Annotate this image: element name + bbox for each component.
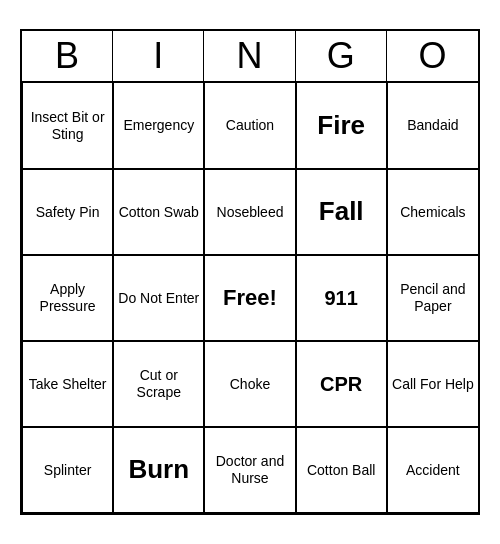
bingo-cell-1: Emergency [113,83,204,169]
bingo-cell-21: Burn [113,427,204,513]
bingo-cell-7: Nosebleed [204,169,295,255]
bingo-cell-2: Caution [204,83,295,169]
bingo-cell-24: Accident [387,427,478,513]
bingo-grid: Insect Bit or StingEmergencyCautionFireB… [22,83,478,513]
bingo-cell-12: Free! [204,255,295,341]
bingo-cell-23: Cotton Ball [296,427,387,513]
bingo-cell-18: CPR [296,341,387,427]
bingo-cell-5: Safety Pin [22,169,113,255]
bingo-letter-b: B [22,31,113,81]
bingo-cell-17: Choke [204,341,295,427]
bingo-letter-o: O [387,31,478,81]
bingo-cell-6: Cotton Swab [113,169,204,255]
bingo-cell-9: Chemicals [387,169,478,255]
bingo-cell-22: Doctor and Nurse [204,427,295,513]
bingo-cell-3: Fire [296,83,387,169]
bingo-letter-n: N [204,31,295,81]
bingo-letter-i: I [113,31,204,81]
bingo-cell-0: Insect Bit or Sting [22,83,113,169]
bingo-cell-8: Fall [296,169,387,255]
bingo-cell-19: Call For Help [387,341,478,427]
bingo-card: BINGO Insect Bit or StingEmergencyCautio… [20,29,480,515]
bingo-header: BINGO [22,31,478,83]
bingo-letter-g: G [296,31,387,81]
bingo-cell-16: Cut or Scrape [113,341,204,427]
bingo-cell-13: 911 [296,255,387,341]
bingo-cell-10: Apply Pressure [22,255,113,341]
bingo-cell-14: Pencil and Paper [387,255,478,341]
bingo-cell-4: Bandaid [387,83,478,169]
bingo-cell-15: Take Shelter [22,341,113,427]
bingo-cell-20: Splinter [22,427,113,513]
bingo-cell-11: Do Not Enter [113,255,204,341]
